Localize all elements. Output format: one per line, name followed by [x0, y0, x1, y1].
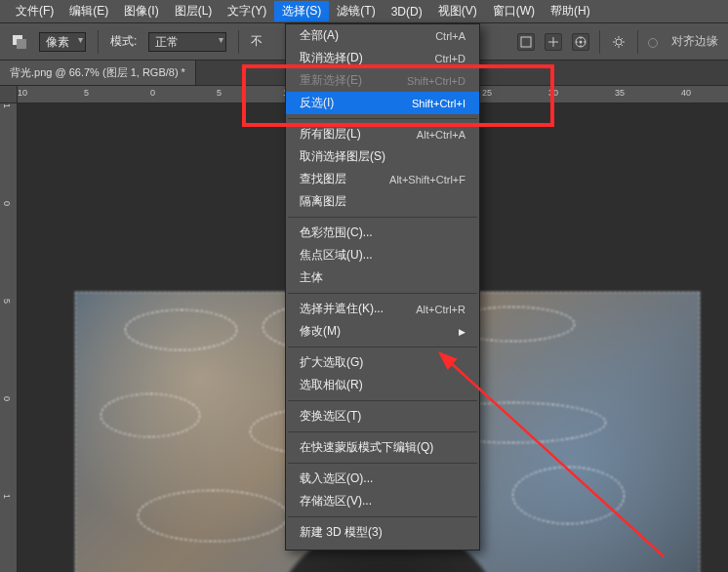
ruler-tick: 0	[150, 88, 155, 98]
ruler-tick: 1	[2, 103, 12, 108]
ruler-tick: 0	[2, 201, 12, 206]
menu-separator	[288, 118, 477, 119]
separator	[238, 30, 239, 54]
tool-icon[interactable]	[12, 34, 27, 50]
align-icon-1[interactable]	[517, 33, 535, 51]
menu-item-label: 取消选择(D)	[300, 50, 363, 66]
separator	[98, 30, 99, 54]
ruler-corner	[0, 86, 18, 103]
menu-separator	[288, 347, 477, 347]
right-icon-group: 对齐边缘	[517, 30, 718, 54]
gear-icon[interactable]	[610, 33, 627, 51]
separator	[637, 30, 638, 54]
menubar-item[interactable]: 文件(F)	[8, 1, 61, 21]
svg-rect-1	[17, 39, 26, 49]
menu-item[interactable]: 全部(A)Ctrl+A	[286, 24, 479, 47]
ruler-tick: 30	[548, 88, 558, 98]
menubar-item[interactable]: 帮助(H)	[543, 1, 598, 21]
select-menu-dropdown: 全部(A)Ctrl+A取消选择(D)Ctrl+D重新选择(E)Shift+Ctr…	[285, 23, 480, 551]
ruler-tick: 0	[2, 396, 12, 401]
ruler-tick: 10	[18, 88, 27, 98]
pressure-icon[interactable]	[572, 33, 589, 51]
menu-shortcut: Shift+Ctrl+I	[412, 98, 465, 109]
menu-item[interactable]: 取消选择(D)Ctrl+D	[286, 47, 479, 69]
menu-shortcut: Ctrl+D	[435, 53, 465, 64]
menu-item-label: 所有图层(L)	[300, 126, 361, 143]
menu-item[interactable]: 主体	[286, 266, 479, 289]
menu-item-label: 变换选区(T)	[300, 408, 361, 425]
menu-item[interactable]: 查找图层Alt+Shift+Ctrl+F	[286, 168, 479, 190]
ruler-tick: 35	[615, 88, 625, 98]
menubar: 文件(F)编辑(E)图像(I)图层(L)文字(Y)选择(S)滤镜(T)3D(D)…	[0, 0, 728, 23]
menu-item: 重新选择(E)Shift+Ctrl+D	[286, 69, 479, 92]
menu-item-label: 取消选择图层(S)	[300, 148, 385, 165]
menu-separator	[288, 516, 477, 517]
menu-item-label: 存储选区(V)...	[300, 493, 372, 510]
mode-select[interactable]: 正常	[148, 32, 226, 52]
menu-item[interactable]: 扩大选取(G)	[286, 351, 479, 374]
menu-item-label: 重新选择(E)	[300, 72, 362, 89]
menu-item[interactable]: 选择并遮住(K)...Alt+Ctrl+R	[286, 298, 479, 320]
menu-item-label: 反选(I)	[300, 95, 334, 111]
menubar-item[interactable]: 滤镜(T)	[329, 1, 383, 21]
menu-item[interactable]: 修改(M)▶	[286, 320, 479, 343]
menu-shortcut: Alt+Shift+Ctrl+F	[389, 174, 465, 185]
menu-item[interactable]: 载入选区(O)...	[286, 468, 479, 490]
menu-item-label: 新建 3D 模型(3)	[300, 524, 383, 541]
ruler-tick: 25	[482, 88, 492, 98]
menu-item-label: 色彩范围(C)...	[300, 225, 373, 241]
menu-item[interactable]: 变换选区(T)	[286, 405, 479, 428]
menu-separator	[288, 431, 477, 432]
separator	[599, 30, 600, 54]
menu-item-label: 查找图层	[300, 171, 346, 187]
submenu-arrow-icon: ▶	[459, 327, 465, 337]
menubar-item[interactable]: 图层(L)	[167, 1, 221, 21]
menu-item-label: 修改(M)	[300, 323, 341, 340]
selection-marquee	[125, 309, 237, 350]
svg-point-4	[580, 40, 583, 43]
menu-item[interactable]: 存储选区(V)...	[286, 490, 479, 512]
mode-label: 模式:	[110, 33, 137, 50]
menu-item-label: 隔离图层	[300, 193, 346, 210]
ruler-tick: 5	[217, 88, 222, 98]
svg-point-5	[616, 39, 622, 45]
menu-item-label: 选取相似(R)	[300, 377, 363, 393]
menu-item-label: 载入选区(O)...	[300, 470, 373, 487]
menubar-item[interactable]: 3D(D)	[384, 3, 430, 20]
menubar-item[interactable]: 文字(Y)	[220, 1, 274, 21]
menu-item-label: 扩大选取(G)	[300, 354, 363, 371]
menu-item-label: 在快速蒙版模式下编辑(Q)	[300, 439, 433, 456]
menu-item[interactable]: 在快速蒙版模式下编辑(Q)	[286, 436, 479, 459]
menubar-item[interactable]: 视图(V)	[430, 1, 485, 21]
ruler-tick: 40	[681, 88, 691, 98]
menu-item-label: 主体	[300, 269, 323, 286]
selection-marquee	[101, 393, 200, 437]
selection-marquee	[512, 467, 625, 525]
menu-separator	[288, 400, 477, 401]
menubar-item[interactable]: 图像(I)	[116, 1, 166, 21]
menu-shortcut: Alt+Ctrl+R	[416, 304, 465, 315]
ruler-tick: 1	[2, 494, 12, 499]
menu-item[interactable]: 所有图层(L)Alt+Ctrl+A	[286, 123, 479, 145]
menu-item[interactable]: 新建 3D 模型(3)	[286, 521, 479, 544]
menubar-item[interactable]: 编辑(E)	[61, 1, 116, 21]
menu-shortcut: Alt+Ctrl+A	[417, 129, 465, 141]
document-tab[interactable]: 背光.png @ 66.7% (图层 1, RGB/8) *	[0, 61, 196, 85]
menu-shortcut: Ctrl+A	[435, 30, 465, 42]
menu-item[interactable]: 隔离图层	[286, 190, 479, 213]
menu-item-label: 选择并遮住(K)...	[300, 301, 384, 317]
menubar-item[interactable]: 选择(S)	[274, 1, 329, 21]
menu-item[interactable]: 取消选择图层(S)	[286, 145, 479, 168]
menu-item[interactable]: 选取相似(R)	[286, 374, 479, 396]
menu-item[interactable]: 焦点区域(U)...	[286, 244, 479, 266]
menu-item[interactable]: 反选(I)Shift+Ctrl+I	[286, 92, 479, 114]
align-edges-radio[interactable]	[648, 38, 658, 48]
align-edges-label: 对齐边缘	[671, 33, 718, 50]
menu-item[interactable]: 色彩范围(C)...	[286, 222, 479, 244]
menu-item-label: 焦点区域(U)...	[300, 247, 373, 264]
align-icon-2[interactable]	[545, 33, 562, 51]
menubar-item[interactable]: 窗口(W)	[485, 1, 543, 21]
unit-select[interactable]: 像素	[39, 32, 86, 52]
menu-separator	[288, 463, 477, 464]
opacity-label: 不	[251, 33, 263, 50]
